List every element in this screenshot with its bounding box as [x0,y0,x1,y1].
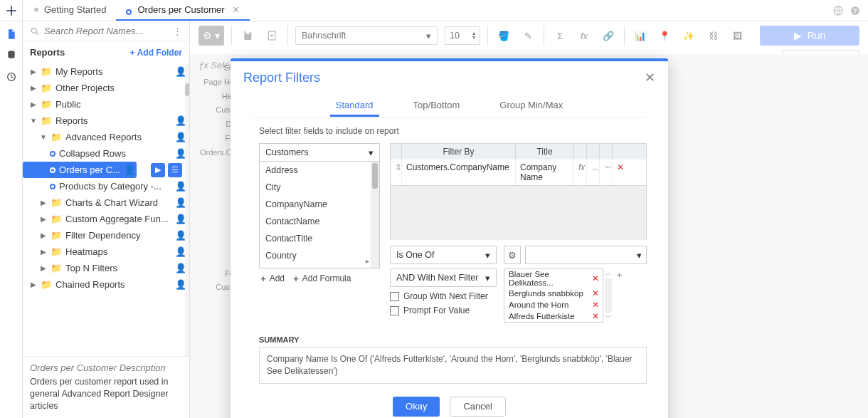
chevron-down-icon[interactable]: ﹀ [600,160,613,185]
fill-color-icon[interactable]: 🪣 [495,27,512,44]
add-value-icon[interactable]: ＋ [615,268,624,323]
dialog-title: Report Filters [243,70,320,85]
close-icon[interactable]: ✕ [645,70,655,85]
field-item[interactable]: Country [260,247,379,264]
drag-handle-icon[interactable]: ⇕ [391,160,402,185]
remove-value-icon[interactable]: ✕ [592,300,599,310]
run-row-button[interactable]: ▶ [151,163,165,177]
help-icon[interactable]: ? [850,5,861,16]
value-scroll-up-icon[interactable]: ︿ [605,268,612,278]
field-item[interactable]: CompanyName [260,196,379,213]
field-list-scrollbar[interactable] [371,162,379,268]
gear-icon[interactable]: ⚙ [504,246,521,264]
chevron-up-icon[interactable]: ︿ [587,160,600,185]
add-formula-button[interactable]: ＋ Add Formula [292,273,351,285]
value-select[interactable]: ▾ [525,246,647,264]
tab-label: Getting Started [44,4,106,15]
tree-node-reports[interactable]: ▼📁Reports👤 [23,113,189,129]
tab-orders-per-customer[interactable]: Orders per Customer ✕ [116,0,249,21]
left-rail [0,21,23,418]
settings-button[interactable]: ⚙ ▾ [199,26,224,46]
tree-node-heatmaps[interactable]: ▶📁Heatmaps👤 [23,244,189,260]
tree-node-products-by-category[interactable]: Products by Category -...👤 [23,178,189,194]
new-report-icon[interactable] [6,28,17,40]
new-page-icon[interactable] [263,27,280,44]
menu-row-button[interactable]: ☰ [168,163,182,177]
sigma-icon[interactable]: Σ [551,27,568,44]
map-pin-icon[interactable]: 📍 [656,27,673,44]
kebab-icon[interactable]: ⋮ [173,26,182,36]
tree-node-chained-reports[interactable]: ▶📁Chained Reports👤 [23,276,189,293]
field-list-arrow-icon[interactable]: ▸ [366,257,369,265]
font-select[interactable]: Bahnschrift▾ [295,26,438,45]
source-select[interactable]: Customers▾ [259,143,380,162]
tree-node-my-reports[interactable]: ▶📁My Reports👤 [23,63,189,80]
value-scroll-down-icon[interactable]: ﹀ [605,313,612,323]
group-checkbox[interactable]: Group With Next Filter [390,291,497,301]
search-row: ⋮ [23,21,189,41]
fx-icon[interactable]: fx [574,160,587,185]
tab-getting-started[interactable]: Getting Started [23,0,116,21]
svg-text:?: ? [853,7,857,14]
add-field-button[interactable]: ＋ Add [259,273,285,285]
report-filters-dialog: Report Filters ✕ Standard Top/Bottom Gro… [231,58,668,418]
cell-title: Company Name [516,160,574,185]
field-item[interactable]: City [260,179,379,196]
sparkle-icon[interactable]: ✨ [680,27,697,44]
tree-node-custom-aggregate[interactable]: ▶📁Custom Aggregate Fun...👤 [23,211,189,227]
remove-value-icon[interactable]: ✕ [592,311,599,321]
prompt-checkbox[interactable]: Prompt For Value [390,305,497,315]
tree-node-orders-per-customer[interactable]: Orders per C... 👤 [23,162,137,178]
tree-node-advanced-reports[interactable]: ▼📁Advanced Reports👤 [23,129,189,145]
fx-icon[interactable]: fx [576,27,593,44]
tree-node-other-projects[interactable]: ▶📁Other Projects [23,80,189,96]
joiner-select[interactable]: AND With Next Filter▾ [390,268,497,287]
run-button[interactable]: ▶ Run [760,26,859,46]
summary-heading: SUMMARY [259,335,647,344]
cancel-button[interactable]: Cancel [450,397,505,417]
tree-node-top-n-filters[interactable]: ▶📁Top N Filters👤 [23,260,189,276]
okay-button[interactable]: Okay [393,397,440,417]
home-icon [33,6,40,14]
report-icon [126,6,133,14]
field-item[interactable]: Address [260,162,379,179]
summary-text: Company Name Is One Of ('Alfreds Futterk… [259,347,647,384]
delete-filter-icon[interactable]: ✕ [613,160,625,185]
close-tab-icon[interactable]: ✕ [232,4,240,15]
field-item[interactable]: ContactTitle [260,230,379,247]
globe-icon[interactable] [832,5,844,16]
pencil-icon[interactable]: ✎ [519,27,536,44]
save-icon[interactable] [239,27,256,44]
app-logo [0,0,23,21]
tab-top-bottom[interactable]: Top/Bottom [408,95,466,117]
link-icon[interactable]: 🔗 [600,27,617,44]
remove-value-icon[interactable]: ✕ [592,288,599,298]
crosslink-icon[interactable]: ⛓ [704,27,721,44]
image-icon[interactable]: 🖼 [729,27,746,44]
th-filter-by: Filter By [402,144,516,160]
tree-node-filter-dependency[interactable]: ▶📁Filter Dependency👤 [23,227,189,244]
tree-node-collapsed-rows[interactable]: Collapsed Rows👤 [23,145,189,162]
dialog-instruction: Select filter fields to include on repor… [229,117,668,136]
tab-standard[interactable]: Standard [330,95,379,117]
datasource-icon[interactable] [6,50,17,61]
sidebar: ⋮ Reports + Add Folder ▶📁My Reports👤 ▶📁O… [23,21,190,418]
field-list[interactable]: Address City CompanyName ContactName Con… [259,162,380,268]
description-body: Orders per customer report used in gener… [30,376,182,412]
tree-node-charts-wizard[interactable]: ▶📁Charts & Chart Wizard👤 [23,194,189,211]
operator-select[interactable]: Is One Of▾ [390,246,497,264]
tab-group-minmax[interactable]: Group Min/Max [494,95,568,117]
tree-scrollbar[interactable] [185,63,189,356]
tab-strip: Getting Started Orders per Customer ✕ ? [0,0,868,21]
tree-node-public[interactable]: ▶📁Public [23,96,189,113]
field-item[interactable]: ContactName [260,213,379,230]
schedule-icon[interactable] [6,71,17,83]
search-input[interactable] [44,26,169,36]
cell-filter-by: Customers.CompanyName [402,160,516,185]
font-size-select[interactable]: 10▴▾ [445,26,480,45]
remove-value-icon[interactable]: ✕ [592,273,599,283]
filter-row[interactable]: ⇕ Customers.CompanyName Company Name fx … [391,160,646,185]
chart-icon[interactable]: 📊 [632,27,649,44]
filter-table: Filter By Title ⇕ Customers.CompanyName … [390,143,647,186]
add-folder-link[interactable]: + Add Folder [130,48,182,58]
